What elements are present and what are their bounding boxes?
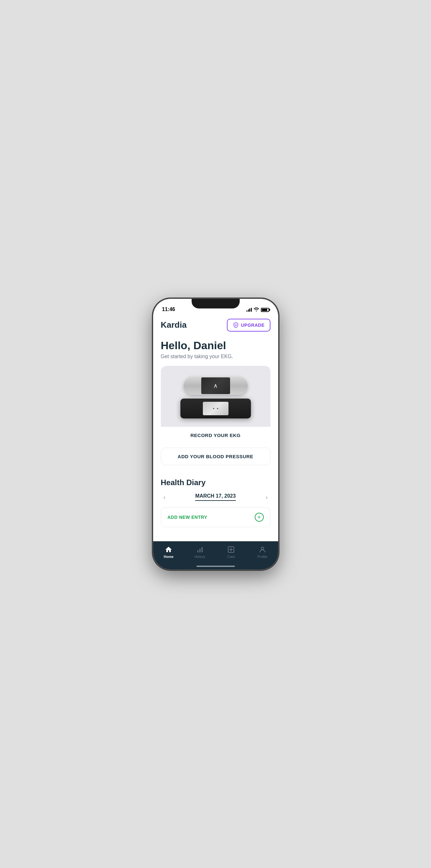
kardia-device-top: ∧ [184, 377, 248, 395]
svg-rect-0 [197, 550, 198, 553]
date-display: MARCH 17, 2023 [195, 493, 235, 501]
plus-circle-icon: + [255, 513, 264, 522]
nav-label-home: Home [164, 555, 174, 559]
health-diary-title: Health Diary [161, 478, 270, 487]
subtitle-text: Get started by taking your EKG. [161, 354, 270, 360]
ekg-device-area: ∧ [161, 366, 270, 427]
add-entry-button[interactable]: ADD NEW ENTRY + [161, 507, 270, 527]
upgrade-label: UPGRADE [241, 322, 265, 328]
kardia-logo-icon: ∧ [213, 383, 218, 389]
device-top-center: ∧ [201, 377, 230, 394]
date-navigation: ‹ MARCH 17, 2023 › [161, 492, 270, 502]
kardia-device-bottom [180, 399, 251, 418]
health-diary-section: Health Diary ‹ MARCH 17, 2023 › ADD NEW … [153, 478, 278, 532]
status-icons [246, 308, 269, 312]
device-bottom-center [203, 402, 229, 415]
home-icon [165, 546, 172, 553]
signal-icon [246, 308, 252, 312]
record-ekg-button[interactable]: RECORD YOUR EKG [161, 427, 270, 444]
device-dot-right [217, 408, 218, 409]
wifi-icon [254, 308, 259, 312]
nav-label-history: History [195, 555, 205, 559]
app-header: Kardia UPGRADE [153, 315, 278, 337]
home-indicator [196, 566, 235, 567]
phone-frame: 11:46 Kard [153, 299, 278, 569]
shield-icon [233, 322, 239, 328]
svg-rect-2 [202, 547, 202, 553]
upgrade-button[interactable]: UPGRADE [227, 319, 270, 332]
nav-item-care[interactable]: Care [216, 545, 247, 559]
care-icon [227, 546, 235, 553]
svg-point-4 [261, 547, 264, 550]
device-dot-left [213, 408, 214, 409]
battery-icon [261, 308, 269, 312]
blood-pressure-button[interactable]: ADD YOUR BLOOD PRESSURE [161, 447, 270, 465]
notch [192, 299, 240, 308]
status-time: 11:46 [162, 307, 175, 312]
nav-item-history[interactable]: History [184, 545, 216, 559]
svg-rect-1 [199, 549, 200, 553]
main-content-area: Kardia UPGRADE Hello, Daniel Get started… [153, 315, 278, 541]
history-icon [196, 546, 204, 553]
app-title: Kardia [161, 320, 187, 330]
bottom-navigation: Home History Care [153, 541, 278, 569]
date-next-button[interactable]: › [263, 492, 270, 502]
nav-item-profile[interactable]: Profile [247, 545, 278, 559]
greeting-text: Hello, Daniel [161, 339, 270, 352]
date-prev-button[interactable]: ‹ [161, 492, 168, 502]
nav-label-profile: Profile [257, 555, 267, 559]
screen: 11:46 Kard [153, 299, 278, 569]
profile-icon [259, 546, 266, 553]
main-section: Hello, Daniel Get started by taking your… [153, 337, 278, 478]
add-entry-label: ADD NEW ENTRY [168, 515, 207, 520]
nav-label-care: Care [227, 555, 235, 559]
nav-item-home[interactable]: Home [153, 545, 185, 559]
ekg-card: ∧ RECORD YOUR EKG [161, 366, 270, 444]
